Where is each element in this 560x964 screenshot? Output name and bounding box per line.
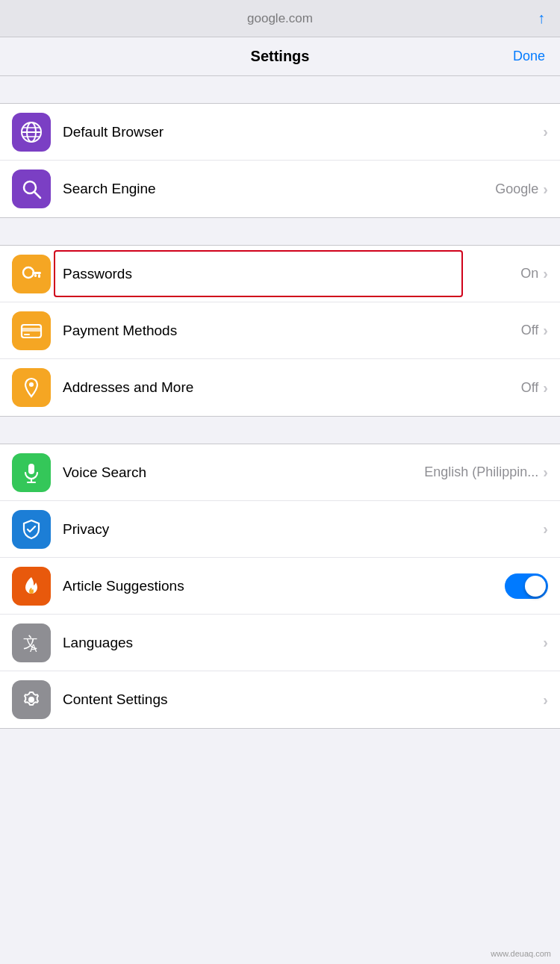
svg-rect-9: [38, 274, 40, 278]
voice-search-right: English (Philippin... ›: [424, 464, 548, 481]
languages-right: ›: [538, 634, 548, 651]
voice-search-value: English (Philippin...: [424, 464, 538, 480]
search-engine-icon: [12, 170, 51, 208]
addresses-label: Addresses and More: [63, 379, 193, 396]
article-suggestions-row[interactable]: Article Suggestions: [0, 558, 560, 615]
globe-icon: [12, 113, 51, 152]
passwords-row[interactable]: Passwords On ›: [0, 246, 560, 302]
svg-point-14: [29, 382, 34, 387]
fire-icon: [12, 567, 51, 606]
voice-search-row[interactable]: Voice Search English (Philippin... ›: [0, 444, 560, 501]
languages-row[interactable]: 文 A Languages ›: [0, 615, 560, 671]
language-svg: 文 A: [19, 631, 43, 655]
chevron-icon: ›: [543, 379, 548, 397]
toggle-knob: [525, 576, 546, 597]
article-suggestions-content: Article Suggestions: [63, 573, 548, 599]
chevron-icon: ›: [543, 520, 548, 538]
article-suggestions-right: [505, 573, 548, 599]
content-settings-right: ›: [538, 691, 548, 709]
settings-group-2: Passwords On › Payment Methods Off ›: [0, 245, 560, 417]
default-browser-right: ›: [538, 123, 548, 140]
privacy-row[interactable]: Privacy ›: [0, 501, 560, 558]
chevron-icon: ›: [543, 181, 548, 198]
passwords-label: Passwords: [63, 266, 132, 282]
passwords-value: On: [520, 266, 538, 282]
default-browser-content: Default Browser ›: [63, 123, 548, 140]
payment-methods-right: Off ›: [521, 322, 548, 339]
passwords-content: Passwords On ›: [63, 265, 548, 282]
addresses-content: Addresses and More Off ›: [63, 379, 548, 397]
chevron-icon: ›: [543, 464, 548, 481]
payment-methods-value: Off: [521, 323, 539, 338]
svg-point-20: [28, 697, 34, 703]
mic-svg: [19, 461, 43, 485]
key-icon: [12, 255, 51, 293]
search-engine-label: Search Engine: [63, 181, 156, 197]
url-display: google.com: [247, 11, 313, 26]
watermark: www.deuaq.com: [491, 949, 551, 958]
payment-methods-row[interactable]: Payment Methods Off ›: [0, 302, 560, 359]
addresses-right: Off ›: [521, 379, 548, 397]
svg-rect-15: [28, 464, 34, 474]
privacy-label: Privacy: [63, 521, 109, 538]
globe-svg: [19, 120, 43, 144]
settings-group-1: Default Browser › Search Engine Google ›: [0, 103, 560, 218]
settings-header: Settings Done: [0, 37, 560, 76]
top-bar: google.com ↑: [0, 0, 560, 37]
chevron-icon: ›: [543, 691, 548, 709]
svg-rect-8: [32, 272, 41, 274]
content-settings-label: Content Settings: [63, 691, 167, 708]
card-icon: [12, 311, 51, 350]
mic-icon: [12, 453, 51, 492]
svg-line-6: [34, 192, 40, 198]
article-suggestions-label: Article Suggestions: [63, 578, 184, 594]
shield-svg: [19, 517, 43, 541]
addresses-row[interactable]: Addresses and More Off ›: [0, 359, 560, 416]
shield-icon: [12, 510, 51, 549]
page-title: Settings: [251, 48, 310, 65]
addresses-value: Off: [521, 380, 539, 396]
svg-rect-10: [34, 274, 37, 277]
voice-search-label: Voice Search: [63, 464, 146, 481]
fire-svg: [19, 574, 43, 598]
chevron-icon: ›: [543, 634, 548, 651]
done-button[interactable]: Done: [513, 49, 545, 64]
section-gap-1: [0, 76, 560, 103]
passwords-right: On ›: [520, 265, 548, 282]
location-icon: [12, 368, 51, 407]
payment-methods-content: Payment Methods Off ›: [63, 322, 548, 339]
gear-icon: [12, 680, 51, 719]
gear-svg: [19, 688, 43, 712]
svg-rect-12: [22, 328, 41, 332]
payment-methods-label: Payment Methods: [63, 323, 177, 339]
chevron-icon: ›: [543, 123, 548, 140]
default-browser-row[interactable]: Default Browser ›: [0, 104, 560, 161]
card-svg: [19, 319, 43, 343]
location-svg: [19, 376, 43, 399]
article-suggestions-toggle[interactable]: [505, 573, 548, 599]
search-svg: [19, 177, 43, 201]
default-browser-label: Default Browser: [63, 124, 164, 140]
privacy-content: Privacy ›: [63, 520, 548, 538]
languages-content: Languages ›: [63, 634, 548, 651]
settings-group-3: Voice Search English (Philippin... › Pri…: [0, 444, 560, 729]
content-settings-content: Content Settings ›: [63, 691, 548, 709]
search-engine-value: Google: [495, 181, 538, 197]
svg-rect-13: [24, 334, 30, 335]
search-engine-row[interactable]: Search Engine Google ›: [0, 161, 560, 217]
voice-search-content: Voice Search English (Philippin... ›: [63, 464, 548, 481]
language-icon: 文 A: [12, 624, 51, 662]
chevron-icon: ›: [543, 265, 548, 282]
search-engine-content: Search Engine Google ›: [63, 181, 548, 198]
content-settings-row[interactable]: Content Settings ›: [0, 671, 560, 728]
key-svg: [19, 262, 43, 286]
privacy-right: ›: [538, 520, 548, 538]
svg-point-7: [23, 267, 34, 278]
section-gap-3: [0, 417, 560, 444]
languages-label: Languages: [63, 635, 133, 651]
svg-text:A: A: [30, 642, 37, 654]
share-icon[interactable]: ↑: [538, 10, 545, 27]
search-engine-right: Google ›: [495, 181, 548, 198]
chevron-icon: ›: [543, 322, 548, 339]
section-gap-2: [0, 218, 560, 245]
